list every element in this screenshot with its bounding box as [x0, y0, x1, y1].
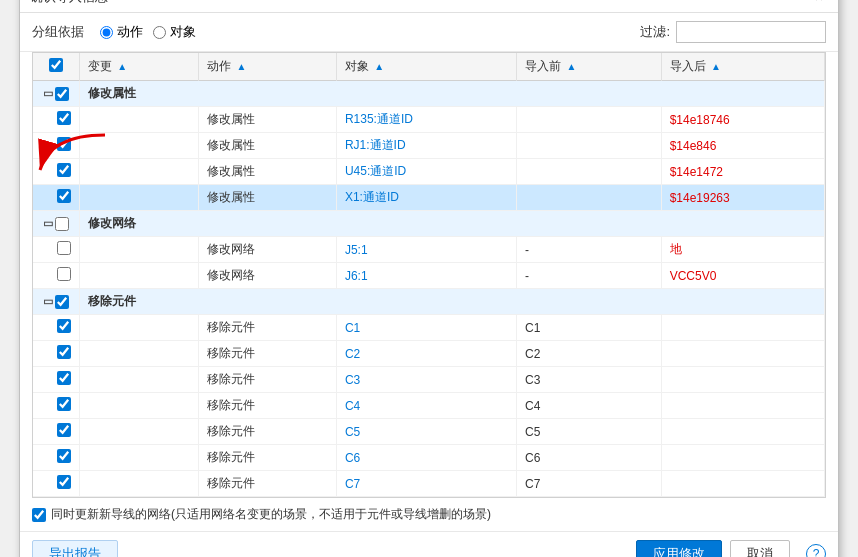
row-checkbox-cell: [33, 367, 80, 393]
row-checkbox[interactable]: [57, 449, 71, 463]
row-after: $14e19263: [661, 185, 824, 211]
row-object: C1: [336, 315, 516, 341]
group-header: ▭ 移除元件: [33, 289, 825, 315]
col-after: 导入后 ▲: [661, 53, 824, 81]
row-after: [661, 471, 824, 497]
row-before: [517, 159, 662, 185]
table-row: 移除元件 C3 C3: [33, 367, 825, 393]
table-row: 修改属性 R135:通道ID $14e18746: [33, 107, 825, 133]
footer-checkbox-row: 同时更新新导线的网络(只适用网络名变更的场景，不适用于元件或导线增删的场景): [20, 498, 838, 531]
row-checkbox-cell: [33, 445, 80, 471]
row-checkbox[interactable]: [57, 397, 71, 411]
row-object: C7: [336, 471, 516, 497]
row-action: 修改属性: [199, 159, 337, 185]
row-checkbox[interactable]: [57, 475, 71, 489]
filter-input[interactable]: [676, 21, 826, 43]
row-after: [661, 419, 824, 445]
close-button[interactable]: ×: [810, 0, 828, 6]
row-object: R135:通道ID: [336, 107, 516, 133]
group-name: 移除元件: [80, 289, 825, 315]
row-checkbox-cell: [33, 263, 80, 289]
row-checkbox[interactable]: [57, 267, 71, 281]
row-before: C1: [517, 315, 662, 341]
row-after: [661, 315, 824, 341]
table-row: 移除元件 C7 C7: [33, 471, 825, 497]
row-checkbox[interactable]: [57, 189, 71, 203]
row-checkbox[interactable]: [57, 137, 71, 151]
table-row: 修改网络 J6:1 - VCC5V0: [33, 263, 825, 289]
row-after: [661, 445, 824, 471]
filter-area: 过滤:: [640, 21, 826, 43]
apply-button[interactable]: 应用修改: [636, 540, 722, 557]
row-before: C7: [517, 471, 662, 497]
group-checkbox-cell: ▭: [33, 289, 80, 315]
group-header: ▭ 修改网络: [33, 211, 825, 237]
row-before: -: [517, 263, 662, 289]
help-icon[interactable]: ?: [806, 544, 826, 557]
group-checkbox-cell: ▭: [33, 81, 80, 107]
row-checkbox[interactable]: [57, 423, 71, 437]
table-row: 移除元件 C2 C2: [33, 341, 825, 367]
row-checkbox[interactable]: [57, 319, 71, 333]
radio-group: 动作 对象: [100, 23, 196, 41]
row-change: [80, 185, 199, 211]
row-before: -: [517, 237, 662, 263]
select-all-checkbox[interactable]: [49, 58, 63, 72]
group-checkbox[interactable]: [55, 217, 69, 231]
row-checkbox[interactable]: [57, 371, 71, 385]
radio-object-input[interactable]: [153, 26, 166, 39]
row-object: J5:1: [336, 237, 516, 263]
table-row: 移除元件 C5 C5: [33, 419, 825, 445]
row-checkbox[interactable]: [57, 111, 71, 125]
radio-object[interactable]: 对象: [153, 23, 196, 41]
row-change: [80, 263, 199, 289]
title-bar: 确认导入信息 ×: [20, 0, 838, 13]
filter-label: 过滤:: [640, 23, 670, 41]
row-change: [80, 393, 199, 419]
export-report-button[interactable]: 导出报告: [32, 540, 118, 557]
row-object: C2: [336, 341, 516, 367]
row-action: 修改属性: [199, 185, 337, 211]
sync-network-checkbox[interactable]: [32, 508, 46, 522]
radio-action-input[interactable]: [100, 26, 113, 39]
row-checkbox-cell: [33, 185, 80, 211]
row-checkbox-cell: [33, 237, 80, 263]
row-action: 修改网络: [199, 263, 337, 289]
row-after: $14e18746: [661, 107, 824, 133]
table-body: ▭ 修改属性 修改属性 R135:通道ID $14e18746 修改属性 RJ1…: [33, 81, 825, 497]
table-row: 修改属性 RJ1:通道ID $14e846: [33, 133, 825, 159]
col-object: 对象 ▲: [336, 53, 516, 81]
row-after: VCC5V0: [661, 263, 824, 289]
confirm-import-dialog: 确认导入信息 × 分组依据 动作 对象 过滤: 变更 ▲: [19, 0, 839, 557]
row-checkbox-cell: [33, 133, 80, 159]
row-before: [517, 107, 662, 133]
row-object: J6:1: [336, 263, 516, 289]
row-checkbox-cell: [33, 419, 80, 445]
group-checkbox[interactable]: [55, 87, 69, 101]
row-action: 移除元件: [199, 367, 337, 393]
row-object: C6: [336, 445, 516, 471]
row-after: $14e846: [661, 133, 824, 159]
row-before: C5: [517, 419, 662, 445]
radio-action[interactable]: 动作: [100, 23, 143, 41]
row-checkbox-cell: [33, 393, 80, 419]
row-action: 移除元件: [199, 471, 337, 497]
row-change: [80, 133, 199, 159]
row-action: 修改网络: [199, 237, 337, 263]
row-checkbox[interactable]: [57, 345, 71, 359]
row-after: $14e1472: [661, 159, 824, 185]
cancel-button[interactable]: 取消: [730, 540, 790, 557]
row-object: C5: [336, 419, 516, 445]
table-row: 修改属性 X1:通道ID $14e19263: [33, 185, 825, 211]
row-checkbox-cell: [33, 315, 80, 341]
right-buttons: 应用修改 取消 ?: [636, 540, 826, 557]
row-checkbox[interactable]: [57, 163, 71, 177]
group-checkbox[interactable]: [55, 295, 69, 309]
row-checkbox-cell: [33, 341, 80, 367]
row-before: C3: [517, 367, 662, 393]
row-checkbox[interactable]: [57, 241, 71, 255]
row-action: 移除元件: [199, 341, 337, 367]
row-change: [80, 341, 199, 367]
row-change: [80, 159, 199, 185]
col-before: 导入前 ▲: [517, 53, 662, 81]
